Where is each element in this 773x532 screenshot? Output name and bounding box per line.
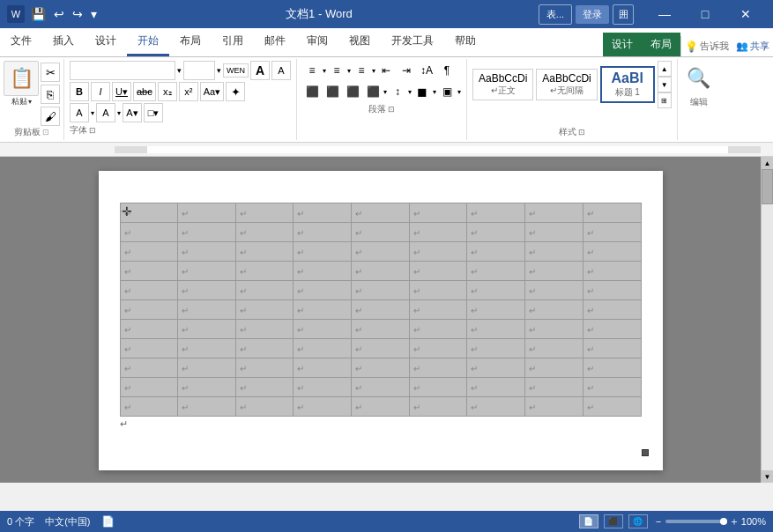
table-cell[interactable]: ↵ <box>294 262 352 281</box>
table-cell[interactable]: ↵ <box>467 262 525 281</box>
border-btn[interactable]: □▾ <box>144 103 163 122</box>
show-formatting-button[interactable]: ¶ <box>437 61 457 80</box>
table-cell[interactable]: ↵ <box>583 339 641 358</box>
subscript-button[interactable]: x₂ <box>158 82 177 101</box>
view-btn-web[interactable]: 🌐 <box>628 514 648 528</box>
table-cell[interactable]: ↵ <box>352 397 410 417</box>
table-cell[interactable]: ↵ <box>294 223 352 242</box>
redo-button[interactable]: ↪ <box>70 5 85 23</box>
table-cell[interactable]: ↵ <box>352 281 410 300</box>
table-cell[interactable]: ↵ <box>294 378 352 397</box>
table-cell[interactable]: ↵ <box>583 320 641 339</box>
clipboard-expand-icon[interactable]: ⊡ <box>42 128 49 137</box>
table-cell[interactable]: ↵ <box>120 242 178 262</box>
tab-developer[interactable]: 开发工具 <box>381 28 444 56</box>
table-cell[interactable]: ↵ <box>467 203 525 223</box>
table-cell[interactable]: ↵ <box>235 203 294 223</box>
table-cell[interactable]: ↵ <box>294 320 352 339</box>
table-cell[interactable]: ↵ <box>467 339 525 358</box>
table-cell[interactable]: ↵ <box>583 397 641 417</box>
table-cell[interactable]: ↵ <box>120 223 178 242</box>
shading-dropdown[interactable]: ▾ <box>433 88 436 96</box>
table-cell[interactable]: ↵ <box>178 397 236 417</box>
tab-table-layout[interactable]: 布局 <box>642 33 680 56</box>
table-cell[interactable]: ↵ <box>352 358 410 378</box>
zoom-slider[interactable] <box>665 520 727 523</box>
tab-insert[interactable]: 插入 <box>42 28 85 56</box>
multilevel-button[interactable]: ≡ <box>352 61 371 80</box>
table-cell[interactable]: ↵ <box>235 281 294 300</box>
table-cell[interactable]: ↵ <box>352 223 410 242</box>
style-nospace[interactable]: AaBbCcDi ↵无间隔 <box>536 69 597 100</box>
table-cell[interactable]: ↵ <box>467 223 525 242</box>
decrease-indent-button[interactable]: ⇤ <box>376 61 396 80</box>
font-size-shrink-button[interactable]: A <box>271 61 291 80</box>
cut-button[interactable]: ✂ <box>41 63 60 82</box>
border-dropdown[interactable]: ▾ <box>457 88 461 96</box>
table-cell[interactable]: ↵ <box>525 339 583 358</box>
table-cell[interactable]: ↵ <box>583 203 641 223</box>
table-cell[interactable]: ↵ <box>583 281 641 300</box>
bold-button[interactable]: B <box>70 82 89 101</box>
box-button[interactable]: 囲 <box>613 4 634 25</box>
tab-design[interactable]: 设计 <box>85 28 127 56</box>
table-cell[interactable]: ↵ <box>467 300 525 320</box>
styles-more[interactable]: ⊞ <box>658 92 672 108</box>
border-button[interactable]: ▣ <box>437 82 457 101</box>
table-cell[interactable]: ↵ <box>409 281 467 300</box>
table-cell[interactable]: ↵ <box>235 339 294 358</box>
tab-view[interactable]: 视图 <box>338 28 381 56</box>
scroll-track[interactable] <box>762 169 773 470</box>
style-normal[interactable]: AaBbCcDi ↵正文 <box>472 69 533 100</box>
numbering-button[interactable]: ≡ <box>327 61 346 80</box>
table-cell[interactable]: ↵ <box>467 242 525 262</box>
increase-indent-button[interactable]: ⇥ <box>397 61 416 80</box>
table-cell[interactable]: ↵ <box>235 242 294 262</box>
table-cell[interactable]: ↵ <box>352 320 410 339</box>
table-cell[interactable]: ↵ <box>120 281 178 300</box>
table-cell[interactable]: ↵ <box>352 262 410 281</box>
table-cell[interactable]: ↵ <box>583 378 641 397</box>
table-cell[interactable]: ↵ <box>178 358 236 378</box>
table-cell[interactable]: ↵ <box>235 378 294 397</box>
tab-help[interactable]: 帮助 <box>444 28 487 56</box>
zoom-in-button[interactable]: ＋ <box>729 514 740 529</box>
clear-format-button[interactable]: ✦ <box>226 82 245 101</box>
copy-button[interactable]: ⎘ <box>41 85 60 104</box>
table-cell[interactable]: ↵ <box>120 397 178 417</box>
table-cell[interactable]: ↵ <box>294 242 352 262</box>
font-color-button[interactable]: A <box>96 103 115 122</box>
tab-file[interactable]: 文件 <box>0 28 42 56</box>
save-button[interactable]: 💾 <box>28 5 48 23</box>
align-center-button[interactable]: ⬛ <box>323 82 342 101</box>
table-cell[interactable]: ↵ <box>467 358 525 378</box>
justify-button[interactable]: ⬛ <box>363 82 383 101</box>
superscript-button[interactable]: x² <box>179 82 198 101</box>
table-cell[interactable]: ↵ <box>235 262 294 281</box>
table-cell[interactable]: ↵ <box>120 320 178 339</box>
table-resize-handle[interactable] <box>642 449 649 456</box>
styles-expand-icon[interactable]: ⊡ <box>578 128 585 137</box>
table-cell[interactable]: ↵ <box>294 281 352 300</box>
table-cell[interactable]: ↵ <box>294 300 352 320</box>
table-cell[interactable]: ↵ <box>525 397 583 417</box>
paste-label[interactable]: 粘贴▾ <box>11 96 32 107</box>
scroll-thumb[interactable] <box>762 169 773 204</box>
table-cell[interactable]: ↵ <box>235 320 294 339</box>
table-cell[interactable]: ↵ <box>409 223 467 242</box>
line-spacing-button[interactable]: ↕ <box>388 82 407 101</box>
table-cell[interactable]: ↵ <box>525 223 583 242</box>
close-button[interactable]: ✕ <box>725 0 766 28</box>
table-cell[interactable]: ↵ <box>409 242 467 262</box>
table-cell[interactable]: ↵ <box>235 223 294 242</box>
table-cell[interactable]: ↵ <box>120 339 178 358</box>
para-expand-icon[interactable]: ⊡ <box>388 105 395 114</box>
table-cell[interactable]: ↵ <box>525 378 583 397</box>
search-button[interactable]: 🔍 <box>683 61 715 96</box>
table-cell[interactable]: ↵ <box>120 378 178 397</box>
table-cell[interactable]: ↵ <box>409 300 467 320</box>
table-cell[interactable]: ↵ <box>583 242 641 262</box>
styles-scroll-up[interactable]: ▲ <box>658 61 672 77</box>
table-cell[interactable]: ↵ <box>294 397 352 417</box>
font-expand-icon[interactable]: ⊡ <box>89 126 96 135</box>
